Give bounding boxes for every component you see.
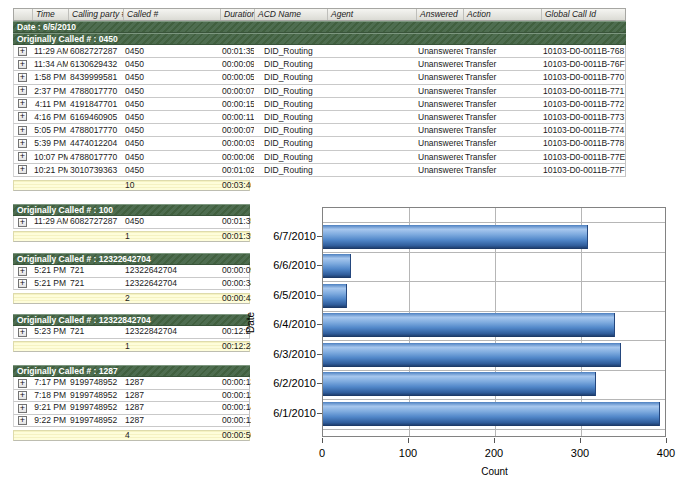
expand-button[interactable]: + — [18, 379, 27, 388]
cell-answered: Unanswered — [416, 151, 463, 163]
expand-button[interactable]: + — [18, 152, 27, 161]
column-header-agent[interactable]: Agent — [327, 9, 416, 20]
x-tick-label: 0 — [300, 447, 344, 459]
column-header-action[interactable]: Action — [463, 9, 541, 20]
cell-duration: 00:01:35 — [220, 216, 251, 228]
originally-called-band: Originally Called # : 0450 — [13, 33, 626, 45]
cell-calling-party: 8439999581 — [68, 71, 123, 83]
cell-duration: 00:00:07 — [220, 85, 254, 97]
expand-button[interactable]: + — [18, 60, 27, 69]
expand-button[interactable]: + — [18, 416, 27, 425]
expand-button[interactable]: + — [18, 279, 27, 288]
expand-button[interactable]: + — [18, 404, 27, 413]
cell-calling-party: 9199748952 — [68, 377, 123, 389]
originally-called-band: Originally Called # : 1287 — [13, 365, 250, 377]
y-axis-tick — [317, 413, 322, 414]
table-row: +4:16 PM6169460905045000:00:11DID_Routin… — [13, 111, 626, 124]
bar-6-6-2010 — [323, 254, 351, 278]
table-row: +11:34 AM6130629432045000:00:09DID_Routi… — [13, 58, 626, 71]
summary-count: 1 — [123, 232, 220, 241]
expand-button[interactable]: + — [18, 165, 27, 174]
column-header-calling-party-[interactable]: Calling party # — [68, 9, 123, 20]
group-summary-row: 100:12:23 — [13, 341, 250, 352]
summary-count: 2 — [123, 294, 220, 303]
cell-called: 0450 — [123, 216, 220, 228]
column-header-global-call-id[interactable]: Global Call Id — [541, 9, 627, 20]
cell-action: Transfer — [463, 85, 541, 97]
column-header-time[interactable]: Time — [32, 9, 68, 20]
cell-global-call-id: 10103-D0-0011B-772 — [541, 98, 627, 110]
column-header-called-[interactable]: Called # — [123, 9, 220, 20]
cell-action: Transfer — [463, 58, 541, 70]
table-row: +5:21 PM7211232264270400:00:34 — [13, 278, 250, 291]
y-axis-tick — [317, 265, 322, 266]
call-group: Originally Called # : 12322842704+5:23 P… — [13, 314, 250, 352]
cell-calling-party: 721 — [68, 326, 123, 338]
y-tick-label: 6/5/2010 — [252, 289, 316, 301]
cell-acd-name: DID_Routing — [254, 124, 327, 136]
expand-button[interactable]: + — [18, 86, 27, 95]
cell-answered: Unanswered — [416, 137, 463, 149]
expand-button[interactable]: + — [18, 126, 27, 135]
expand-cell: + — [14, 326, 32, 338]
cell-action: Transfer — [463, 164, 541, 176]
expand-button[interactable]: + — [18, 267, 27, 276]
cell-time: 5:21 PM — [32, 265, 68, 277]
summary-count: 4 — [123, 431, 220, 440]
summary-duration: 00:03:40 — [220, 181, 251, 190]
table-row: +5:21 PM7211232264270400:00:09 — [13, 265, 250, 278]
cell-acd-name: DID_Routing — [254, 45, 327, 57]
cell-agent — [327, 45, 416, 57]
cell-called: 0450 — [123, 71, 220, 83]
expand-button[interactable]: + — [18, 73, 27, 82]
cell-duration: 00:00:05 — [220, 71, 254, 83]
table-row: +9:21 PM9199748952128700:00:14 — [13, 402, 250, 415]
cell-called: 1287 — [123, 390, 220, 402]
cell-called: 1287 — [123, 402, 220, 414]
expand-button[interactable]: + — [18, 391, 27, 400]
table-row: +11:29 AM6082727287045000:01:35DID_Routi… — [13, 45, 626, 58]
cell-answered: Unanswered — [416, 98, 463, 110]
column-header-answered[interactable]: Answered — [416, 9, 463, 20]
cell-action: Transfer — [463, 137, 541, 149]
group-summary-row: 200:00:43 — [13, 293, 250, 304]
y-axis-tick — [317, 324, 322, 325]
table-row: +7:18 PM9199748952128700:00:12 — [13, 390, 250, 403]
table-row: +10:07 PM4788017770045000:00:06DID_Routi… — [13, 151, 626, 164]
cell-action: Transfer — [463, 98, 541, 110]
date-group-band: Date : 6/5/2010 — [13, 21, 626, 33]
chart-plot-area — [322, 207, 666, 437]
expand-button[interactable]: + — [18, 328, 27, 337]
x-tick-label: 400 — [644, 447, 676, 459]
cell-calling-party: 721 — [68, 265, 123, 277]
expand-button[interactable]: + — [18, 112, 27, 121]
cell-calling-party: 4788017770 — [68, 85, 123, 97]
expand-button[interactable]: + — [18, 99, 27, 108]
group-summary-row: 100:01:35 — [13, 231, 250, 242]
y-axis-tick — [317, 354, 322, 355]
cell-agent — [327, 111, 416, 123]
expand-cell: + — [14, 45, 32, 57]
cell-called: 0450 — [123, 164, 220, 176]
cell-called: 0450 — [123, 85, 220, 97]
x-tick-label: 100 — [386, 447, 430, 459]
cell-calling-party: 6130629432 — [68, 58, 123, 70]
expand-button[interactable]: + — [18, 218, 27, 227]
column-header-acd-name[interactable]: ACD Name — [254, 9, 327, 20]
expand-button[interactable]: + — [18, 139, 27, 148]
column-header-expand[interactable] — [14, 9, 32, 20]
cell-called: 1287 — [123, 415, 220, 427]
expand-cell: + — [14, 278, 32, 290]
cell-global-call-id: 10103-D0-0011B-774 — [541, 124, 627, 136]
cell-answered: Unanswered — [416, 58, 463, 70]
x-axis-tick — [666, 438, 667, 443]
expand-button[interactable]: + — [18, 47, 27, 56]
cell-action: Transfer — [463, 45, 541, 57]
cell-calling-party: 4474012204 — [68, 137, 123, 149]
column-header-duration[interactable]: Duration — [220, 9, 254, 20]
cell-calling-party: 4788017770 — [68, 124, 123, 136]
expand-cell: + — [14, 137, 32, 149]
cell-agent — [327, 58, 416, 70]
cell-global-call-id: 10103-D0-0011B-778 — [541, 137, 627, 149]
summary-count: 10 — [123, 181, 220, 190]
